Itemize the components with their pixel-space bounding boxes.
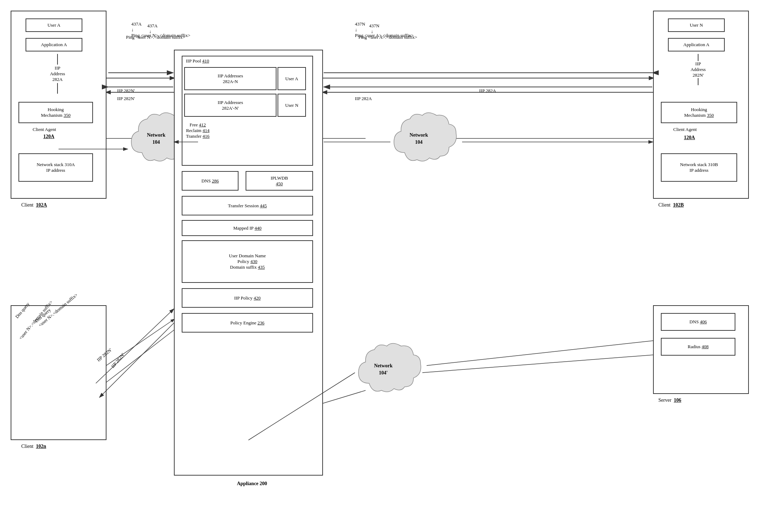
application-a-label-right: Application A: [683, 42, 709, 48]
ping-437n-annotation: 437N ↓ Ping <user A>.<domain suffix>: [358, 23, 417, 40]
iip-pool-label: IIP Pool 410: [186, 58, 209, 64]
svg-line-28: [96, 309, 174, 383]
svg-text:104': 104': [379, 370, 388, 375]
dns-286-label: DNS 286: [202, 178, 219, 184]
dns-406-label: DNS 406: [690, 319, 707, 325]
user-n-box-right: User N: [668, 18, 725, 32]
network-stack-310a-box: Network stack 310A IP address: [18, 153, 93, 182]
svg-text:Network: Network: [147, 132, 165, 138]
policy-engine-236-box: Policy Engine 236: [182, 313, 313, 333]
iplwdb-450-box: IPLWDB450: [246, 171, 313, 191]
iip-282n-prime-label-left: IIP 282N': [117, 96, 135, 102]
iip-282a-label-right: IIP 282A: [355, 96, 372, 102]
diagram: User A Application A IIP Address 282A Ho…: [0, 0, 773, 532]
client-102a-label: Client 102A: [21, 202, 47, 208]
iip-addresses-282a-prime-n-prime-label: IIP Addresses282A'-N': [218, 100, 243, 111]
iip-policy-420-box: IIP Policy 420: [182, 288, 313, 308]
client-102b-label: Client 102B: [658, 202, 684, 208]
network-stack-310b-box: Network stack 310B IP address: [661, 153, 737, 182]
user-a-side-label: User A: [285, 76, 298, 82]
application-a-box-left: Application A: [26, 38, 82, 51]
iip-address-282a: IIP Address 282A: [36, 54, 79, 94]
mapped-ip-440-box: Mapped IP 440: [182, 220, 313, 236]
svg-text:104: 104: [415, 139, 423, 145]
svg-text:Network: Network: [410, 132, 428, 138]
iip-addresses-282a-n-label: IIP Addresses282A-N: [218, 73, 243, 84]
transfer-session-445-box: Transfer Session 445: [182, 196, 313, 215]
svg-line-11: [422, 355, 653, 373]
radius-408-box: Radius 408: [661, 338, 735, 356]
iip-282a-right-return-label: IIP 282A: [479, 88, 496, 94]
application-a-label-left: Application A: [41, 42, 67, 48]
user-a-label: User A: [48, 22, 60, 28]
iip-pool-410-outer: IIP Pool 410 IIP Addresses282A-N User A …: [182, 56, 313, 166]
dns-286-box: DNS 286: [182, 171, 239, 191]
iip-addresses-282a-prime-n-prime-box: IIP Addresses282A'-N': [184, 94, 276, 117]
iip-address-282n-prime-right: IIP Address 282N': [675, 54, 721, 85]
client-agent-label-left: Client Agent: [33, 127, 56, 132]
dns-406-box: DNS 406: [661, 313, 735, 331]
free-reclaim-transfer-label: Free 412 Reclaim 414 Transfer 416: [186, 122, 209, 139]
hooking-label-left: Hooking: [41, 107, 70, 113]
svg-line-29: [99, 323, 174, 397]
appliance-200-box: IIP Pool 410 IIP Addresses282A-N User A …: [174, 50, 323, 476]
transfer-session-445-label: Transfer Session 445: [228, 203, 267, 209]
iip-282n-diagonal-return-label: IIP 282N': [110, 352, 126, 369]
user-a-side-box: User A: [278, 67, 306, 90]
ip-address-left-label: IP address: [37, 168, 75, 173]
svg-text:104: 104: [153, 139, 160, 145]
mechanism-label-left: Mechanism 350: [41, 113, 70, 118]
iplwdb-450-label: IPLWDB450: [271, 175, 288, 187]
appliance-200-label: Appliance 200: [202, 481, 302, 487]
iip-282n-left-return-label: IIP 282N': [117, 88, 135, 94]
user-domain-name-policy-430-box: User Domain Name Policy 430 Domain suffi…: [182, 240, 313, 283]
client-102n-box: [11, 305, 106, 440]
hooking-mechanism-350-left: Hooking Mechanism 350: [18, 102, 93, 123]
ping-437a-annotation: 437A ↓ Ping <user N>.<domain suffix>: [126, 23, 185, 40]
user-n-label-right: User N: [690, 22, 703, 28]
svg-text:Network: Network: [374, 363, 393, 368]
radius-408-label: Radius 408: [688, 344, 709, 350]
iip-policy-420-label: IIP Policy 420: [234, 295, 261, 301]
client-102b-box: User N Application A IIP Address 282N' H…: [653, 11, 749, 199]
server-106-label: Server 106: [658, 397, 681, 403]
network-104-prime-cloud: Network 104': [355, 341, 426, 397]
client-102n-label: Client 102n: [21, 444, 46, 449]
hooking-mechanism-350-right: Hooking Mechanism 350: [661, 102, 737, 123]
server-106-box: DNS 406 Radius 408: [653, 305, 749, 394]
network-stack-310a-label: Network stack 310A: [37, 162, 75, 168]
user-a-box: User A: [26, 18, 82, 32]
application-a-box-right: Application A: [668, 38, 725, 51]
client-agent-id-right: 120A: [684, 135, 695, 141]
user-n-side-label: User N: [285, 103, 298, 108]
client-agent-id-left: 120A: [43, 134, 54, 139]
svg-line-9: [96, 330, 174, 390]
client-102a-box: User A Application A IIP Address 282A Ho…: [11, 11, 106, 199]
client-agent-label-right: Client Agent: [673, 127, 697, 132]
user-domain-policy-label: User Domain Name Policy 430 Domain suffi…: [229, 253, 266, 270]
svg-line-31: [427, 341, 653, 366]
iip-addresses-282a-n-box: IIP Addresses282A-N: [184, 67, 276, 90]
mapped-ip-440-label: Mapped IP 440: [233, 225, 262, 231]
network-104-right-cloud: Network 104: [390, 110, 461, 167]
policy-engine-236-label: Policy Engine 236: [230, 320, 264, 326]
user-n-side-box: User N: [278, 94, 306, 117]
svg-line-8: [96, 319, 174, 373]
